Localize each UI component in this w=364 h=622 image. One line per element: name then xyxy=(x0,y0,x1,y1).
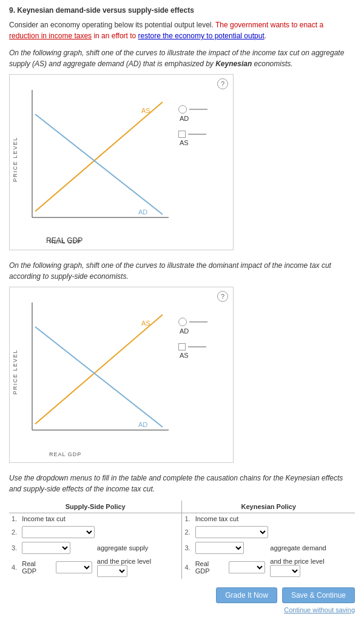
row3-right-num: 3. xyxy=(182,540,193,556)
graph1-as-square xyxy=(178,131,186,138)
row2-left-num: 2. xyxy=(9,524,19,540)
graph1-y-axis-label: PRICE LEVEL xyxy=(12,137,18,182)
graph2-ad-label: AD xyxy=(180,327,189,335)
graph2-container: ? PRICE LEVEL AS AD REAL GDP AD AS xyxy=(9,287,234,463)
graph2-as-square xyxy=(178,343,186,350)
row3-left-dropdown[interactable] xyxy=(22,542,70,554)
grade-button[interactable]: Grade It Now xyxy=(216,587,277,603)
row4-right-num: 4. xyxy=(182,556,193,579)
graph1-x-label: REAL GDP xyxy=(49,239,81,245)
row1-right-static: Income tax cut xyxy=(193,513,355,525)
table-row: 4. Real GDP and the price level 4. Real … xyxy=(9,556,355,579)
table-row: 3. aggregate supply 3. aggregate demand xyxy=(9,540,355,556)
supply-side-header: Supply-Side Policy xyxy=(9,501,182,513)
graph2-as-label: AS xyxy=(180,352,189,359)
question-title: 9. Keynesian demand-side versus supply-s… xyxy=(9,6,355,15)
graph1-container: ? PRICE LEVEL AS AD REAL GDP REAL GDP AD xyxy=(9,74,234,250)
row2-right-dropdown[interactable] xyxy=(195,526,268,538)
svg-line-9 xyxy=(35,327,163,427)
row4-left-num: 4. xyxy=(9,556,19,579)
graph1-svg: AS AD xyxy=(23,84,175,236)
table-instruction: Use the dropdown menus to fill in the ta… xyxy=(9,473,355,494)
graph2-help-button[interactable]: ? xyxy=(217,291,228,302)
keynesian-header: Keynesian Policy xyxy=(182,501,355,513)
graph1-as-label: AS xyxy=(180,139,189,146)
intro-text: Consider an economy operating below its … xyxy=(9,19,355,41)
graph2-legend-as: AS xyxy=(178,343,207,359)
row1-left-static: Income tax cut xyxy=(19,513,182,525)
svg-line-2 xyxy=(35,102,163,211)
table-row: 1. Income tax cut 1. Income tax cut xyxy=(9,513,355,525)
row2-right-num: 2. xyxy=(182,524,193,540)
row1-right-num: 1. xyxy=(182,513,193,525)
graph2-ad-circle xyxy=(178,318,187,326)
graph2-instruction: On the following graph, shift one of the… xyxy=(9,260,355,282)
graph1-ad-label: AD xyxy=(180,115,189,122)
graph1-legend-as: AS xyxy=(178,131,207,146)
save-button[interactable]: Save & Continue xyxy=(282,587,355,603)
graph2-legend: AD AS xyxy=(178,318,207,359)
graph1-ad-circle xyxy=(178,105,187,114)
graph1-help-button[interactable]: ? xyxy=(217,78,228,89)
graph2-x-label: REAL GDP xyxy=(49,451,81,457)
row4-right-price-dropdown[interactable] xyxy=(270,565,300,577)
row1-left-num: 1. xyxy=(9,513,19,525)
svg-text:AS: AS xyxy=(141,107,150,114)
table-section: Use the dropdown menus to fill in the ta… xyxy=(9,473,355,579)
row4-left-suffix: and the price level xyxy=(95,556,182,579)
continue-link[interactable]: Continue without saving xyxy=(284,606,355,613)
row2-left-dropdown[interactable] xyxy=(22,526,95,538)
row4-right-prefix: Real GDP xyxy=(193,556,227,579)
svg-line-3 xyxy=(35,114,163,214)
svg-line-8 xyxy=(35,315,163,424)
graph2-legend-ad: AD xyxy=(178,318,207,335)
graph1-instruction: On the following graph, shift one of the… xyxy=(9,47,355,69)
row3-left-suffix: aggregate supply xyxy=(95,540,182,556)
row3-right-dropdown[interactable] xyxy=(195,542,244,554)
row4-right-dropdown[interactable] xyxy=(229,561,265,573)
row4-left-prefix: Real GDP xyxy=(19,556,53,579)
graph2-svg: AS AD xyxy=(23,296,175,448)
policy-table: Supply-Side Policy Keynesian Policy 1. I… xyxy=(9,501,355,579)
row3-right-suffix: aggregate demand xyxy=(268,540,355,556)
graph2-y-axis-label: PRICE LEVEL xyxy=(12,349,18,395)
svg-text:AD: AD xyxy=(138,421,147,428)
row3-left-num: 3. xyxy=(9,540,19,556)
action-buttons: Grade It Now Save & Continue xyxy=(9,587,355,603)
graph1-legend-ad: AD xyxy=(178,105,207,122)
row4-left-price-dropdown[interactable] xyxy=(97,565,127,577)
row4-right-suffix: and the price level xyxy=(268,556,355,579)
row4-left-dropdown[interactable] xyxy=(56,561,92,573)
svg-text:AS: AS xyxy=(141,320,150,327)
table-row: 2. 2. xyxy=(9,524,355,540)
graph1-legend: AD AS xyxy=(178,105,207,146)
svg-text:AD: AD xyxy=(138,208,147,216)
